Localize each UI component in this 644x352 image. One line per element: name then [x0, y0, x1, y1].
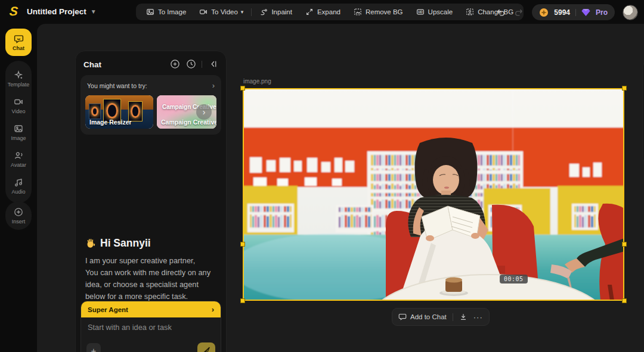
chevron-down-icon: ▼: [91, 8, 97, 15]
change-bg-icon: [466, 8, 474, 16]
resize-handle-left[interactable]: [240, 242, 245, 247]
collapse-panel-button[interactable]: [208, 59, 218, 70]
suggestion-cards: Image Resizer Campaign Creatives Campaig…: [85, 95, 216, 129]
sidebar-item-insert[interactable]: Insert: [5, 201, 32, 230]
edit-toolbar: To Image To Video ▾ Inpaint Expand Remov…: [136, 4, 524, 20]
greeting-text: Hi Sannyii: [100, 237, 151, 250]
project-title: Untitled Project: [27, 7, 86, 16]
divider: [453, 313, 453, 321]
undo-icon: [496, 7, 506, 17]
credits-count: 5994: [554, 8, 570, 17]
canvas-image: [243, 88, 624, 301]
video-icon: [199, 8, 208, 16]
sidebar-item-video[interactable]: Video: [5, 92, 32, 119]
redo-button[interactable]: [513, 7, 524, 18]
to-video-button[interactable]: To Video ▾: [193, 4, 250, 20]
svg-text:HD: HD: [418, 10, 423, 14]
chevron-right-icon: ›: [212, 81, 215, 90]
inpaint-icon: [259, 8, 268, 16]
attach-button[interactable]: +: [86, 343, 101, 352]
download-button[interactable]: [459, 313, 467, 321]
left-rail: Chat Template Video Image Avatar Audio: [0, 24, 37, 352]
suggestions-box: You might want to try: › Image Resizer C…: [80, 75, 221, 135]
chat-panel: Chat You might want to try: › Image Resi: [75, 51, 227, 352]
resize-handle-top-right[interactable]: [622, 86, 627, 91]
plus-circle-icon: [170, 59, 180, 69]
card-label: Image Resizer: [89, 119, 132, 126]
send-icon: [202, 346, 210, 352]
upscale-icon: HD: [416, 8, 425, 16]
assistant-greeting: Hi Sannyii I am your super creative part…: [85, 237, 218, 303]
top-bar: S Untitled Project ▼ To Image To Video ▾…: [0, 0, 644, 24]
card-label: Campaign Creatives: [161, 119, 216, 126]
remove-bg-icon: [354, 8, 362, 16]
chat-panel-header: Chat: [76, 51, 226, 75]
canvas-area[interactable]: image.png 00:05 Add to Chat ···: [37, 24, 644, 352]
suggestion-card-image-resizer[interactable]: Image Resizer: [85, 95, 153, 129]
wave-hand-icon: [85, 238, 97, 249]
expand-icon: [305, 8, 314, 16]
file-label: image.png: [243, 78, 271, 85]
add-to-chat-button[interactable]: Add to Chat: [398, 313, 447, 321]
undo-button[interactable]: [495, 7, 506, 18]
resize-handle-bottom-right[interactable]: [622, 298, 627, 303]
pro-badge: Pro: [596, 8, 608, 17]
sidebar-group: Template Video Image Avatar Audio: [5, 61, 32, 203]
credits-icon: [539, 8, 549, 17]
sidebar-item-image[interactable]: Image: [5, 119, 32, 146]
chat-bubble-icon: [398, 313, 407, 321]
chat-panel-title: Chat: [83, 60, 101, 69]
send-button[interactable]: [197, 342, 215, 352]
to-image-button[interactable]: To Image: [140, 4, 193, 20]
resize-handle-bottom-left[interactable]: [240, 298, 245, 303]
inpaint-button[interactable]: Inpaint: [253, 4, 299, 20]
sidebar-item-template[interactable]: Template: [5, 66, 32, 92]
brand: S Untitled Project ▼: [10, 4, 97, 18]
sidebar-item-audio[interactable]: Audio: [5, 173, 32, 200]
new-chat-button[interactable]: [169, 59, 180, 70]
divider: [575, 9, 576, 16]
template-icon: [14, 70, 23, 80]
user-avatar[interactable]: [623, 5, 638, 20]
suggestions-header[interactable]: You might want to try: ›: [85, 81, 216, 90]
chat-icon: [14, 34, 24, 44]
super-agent-button[interactable]: Super Agent ›: [81, 301, 221, 317]
image-icon: [14, 124, 23, 133]
app-logo[interactable]: S: [9, 4, 18, 18]
suggestions-label: You might want to try:: [87, 82, 147, 89]
video-icon: [14, 97, 23, 107]
remove-bg-button[interactable]: Remove BG: [347, 4, 410, 20]
expand-button[interactable]: Expand: [299, 4, 347, 20]
insert-plus-icon: [14, 207, 23, 217]
prompt-input[interactable]: Start with an idea or task +: [81, 317, 221, 352]
download-icon: [459, 313, 467, 321]
app-window: S Untitled Project ▼ To Image To Video ▾…: [0, 0, 644, 352]
image-context-toolbar: Add to Chat ···: [392, 308, 490, 326]
audio-icon: [14, 177, 23, 187]
chat-history-button[interactable]: [185, 59, 196, 70]
chevron-right-icon: ›: [212, 305, 214, 314]
more-options-button[interactable]: ···: [473, 313, 483, 322]
project-title-menu[interactable]: Untitled Project ▼: [27, 7, 97, 16]
carousel-next-button[interactable]: ›: [196, 104, 212, 120]
sidebar-item-avatar[interactable]: Avatar: [5, 146, 32, 173]
collapse-icon: [208, 59, 218, 69]
prompt-placeholder: Start with an idea or task: [88, 323, 172, 332]
divider: [202, 61, 202, 68]
composer: Super Agent › Start with an idea or task…: [80, 301, 221, 352]
divider: [251, 8, 252, 16]
top-right-controls: 5994 Pro: [495, 4, 638, 20]
pro-gem-icon: [581, 8, 590, 17]
credits-pill[interactable]: 5994 Pro: [532, 4, 615, 20]
sidebar-item-chat[interactable]: Chat: [5, 29, 32, 56]
selected-image[interactable]: 00:05: [243, 88, 624, 301]
resize-handle-right[interactable]: [622, 242, 627, 247]
super-agent-label: Super Agent: [88, 306, 128, 313]
resize-handle-top-left[interactable]: [240, 86, 245, 91]
greeting-intro: I am your super creative partner, You ca…: [85, 255, 218, 303]
history-icon: [186, 59, 196, 69]
redo-icon: [514, 7, 524, 17]
image-icon: [146, 8, 154, 16]
avatar-icon: [14, 151, 23, 160]
upscale-button[interactable]: HD Upscale: [410, 4, 460, 20]
